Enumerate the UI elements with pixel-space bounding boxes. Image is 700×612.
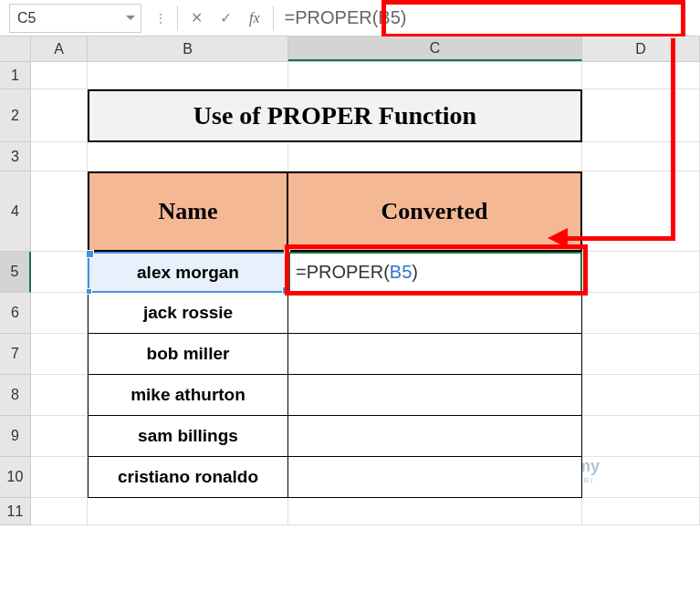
title-cell[interactable]: Use of PROPER Function	[88, 89, 582, 142]
formula-eq: =	[296, 262, 307, 283]
drag-handle-icon: ⋮	[149, 11, 173, 26]
annotation-arrow	[671, 38, 675, 241]
cell-b9[interactable]: sam billings	[88, 416, 288, 457]
chevron-down-icon[interactable]	[126, 16, 135, 20]
row-header-9[interactable]: 9	[0, 416, 31, 457]
cell-c10[interactable]	[288, 457, 582, 498]
b5-text: alex morgan	[137, 263, 239, 283]
col-header-a[interactable]: A	[31, 36, 88, 61]
cell-b8[interactable]: mike athurton	[88, 375, 288, 416]
cell-b7[interactable]: bob miller	[88, 334, 288, 375]
col-header-b[interactable]: B	[88, 36, 288, 61]
row-header-5[interactable]: 5	[0, 252, 31, 293]
name-box[interactable]: C5	[9, 4, 141, 33]
row-header-6[interactable]: 6	[0, 293, 31, 334]
col-header-c[interactable]: C	[288, 36, 582, 61]
spreadsheet: A B C D 1 2 3 4 5 6 7 8 9 10 11	[0, 36, 700, 525]
row-header-8[interactable]: 8	[0, 375, 31, 416]
row-header-4[interactable]: 4	[0, 171, 31, 252]
column-headers: A B C D	[0, 36, 700, 62]
reference-cell-highlight: alex morgan	[88, 252, 288, 293]
formula-bar: C5 ⋮ ✕ ✓ fx =PROPER(B5)	[0, 0, 700, 36]
row-header-7[interactable]: 7	[0, 334, 31, 375]
cell-c6[interactable]	[288, 293, 582, 334]
row-header-11[interactable]: 11	[0, 498, 31, 525]
formula-close: )	[412, 262, 418, 283]
row-header-10[interactable]: 10	[0, 457, 31, 498]
active-cell-editor[interactable]: =PROPER(B5)	[288, 252, 582, 293]
cells-area[interactable]: Use of PROPER Function Name Converted al…	[31, 62, 700, 525]
divider	[273, 5, 274, 31]
row-header-3[interactable]: 3	[0, 142, 31, 171]
divider	[177, 5, 178, 31]
table-header-converted[interactable]: Converted	[288, 171, 582, 252]
cancel-icon[interactable]: ✕	[182, 4, 211, 33]
select-all-corner[interactable]	[0, 36, 31, 61]
row-header-1[interactable]: 1	[0, 62, 31, 89]
name-box-value: C5	[17, 10, 36, 26]
formula-input[interactable]: =PROPER(B5)	[277, 7, 700, 28]
cell-c9[interactable]	[288, 416, 582, 457]
formula-text: =PROPER(B5)	[277, 7, 414, 28]
formula-fn: PROPER	[307, 262, 383, 283]
formula-open: (	[383, 262, 390, 283]
cell-b6[interactable]: jack rossie	[88, 293, 288, 334]
table-header-name[interactable]: Name	[88, 171, 288, 252]
cell-b10[interactable]: cristiano ronaldo	[88, 457, 288, 498]
fx-label[interactable]: fx	[240, 10, 269, 26]
row-header-2[interactable]: 2	[0, 89, 31, 142]
formula-ref: B5	[390, 262, 412, 283]
cell-c7[interactable]	[288, 334, 582, 375]
annotation-arrow	[564, 236, 674, 241]
arrow-head-icon	[548, 228, 568, 248]
col-header-d[interactable]: D	[582, 36, 700, 61]
accept-icon[interactable]: ✓	[211, 4, 240, 33]
cell-c8[interactable]	[288, 375, 582, 416]
row-headers: 1 2 3 4 5 6 7 8 9 10 11	[0, 62, 31, 525]
